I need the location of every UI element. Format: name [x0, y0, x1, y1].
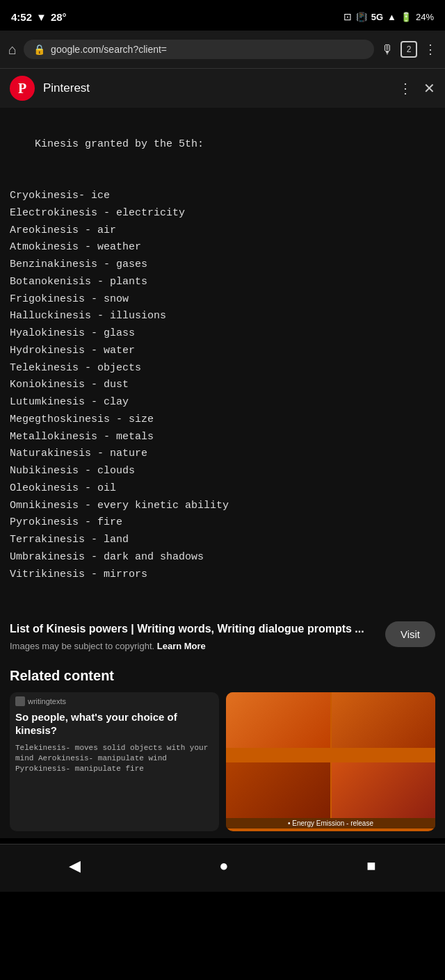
- pinterest-logo: P: [10, 76, 35, 101]
- home-icon[interactable]: ⌂: [8, 42, 17, 58]
- anime-cell-4: [332, 762, 436, 818]
- related-card-anime[interactable]: • Energy Emission - release: [226, 692, 435, 831]
- vibrate-icon: 📳: [356, 12, 367, 22]
- kinesis-heading: Kinesis granted by the 5th:: [35, 138, 204, 150]
- url-bar[interactable]: 🔒 google.com/search?client=: [24, 40, 374, 59]
- anime-mosaic: [226, 692, 435, 831]
- related-content-title: Related content: [10, 668, 435, 684]
- info-title: List of Kinesis powers | Writing words, …: [10, 621, 378, 637]
- lock-icon: 🔒: [33, 44, 45, 55]
- nav-bar: ◀ ● ■: [0, 844, 445, 892]
- status-bar: 4:52 ▼ 28° ⊡ 📳 5G ▲ 🔋 24%: [0, 0, 445, 31]
- pinterest-close-icon[interactable]: ✕: [423, 80, 435, 97]
- address-actions: 🎙 2 ⋮: [381, 41, 437, 58]
- pinterest-actions: ⋮ ✕: [398, 80, 435, 97]
- temperature-display: 28°: [51, 11, 67, 23]
- signal-icon: ▼: [36, 11, 47, 23]
- tabs-button[interactable]: 2: [400, 41, 417, 58]
- time-display: 4:52: [11, 11, 32, 23]
- kinesis-text-block: Kinesis granted by the 5th: Cryokinesis-…: [10, 119, 435, 601]
- battery-icon: 🔋: [400, 12, 412, 22]
- related-card-writing[interactable]: writingtexts So people, what's your choi…: [10, 692, 219, 831]
- anime-badge: • Energy Emission - release: [226, 818, 435, 828]
- visit-button[interactable]: Visit: [385, 621, 435, 647]
- card-body: Telekinesis- moves solid objects with yo…: [10, 742, 219, 781]
- network-icon: 5G: [371, 12, 383, 22]
- source-icon: [15, 696, 25, 706]
- info-copyright: Images may be subject to copyright. Lear…: [10, 641, 378, 651]
- screen-icon: ⊡: [343, 11, 352, 22]
- main-content: Kinesis granted by the 5th: Cryokinesis-…: [0, 108, 445, 612]
- status-left: 4:52 ▼ 28°: [11, 11, 67, 23]
- card-source: writingtexts: [10, 692, 219, 708]
- card-heading: So people, what's your choice of kinesis…: [10, 708, 219, 742]
- pinterest-bar: P Pinterest ⋮ ✕: [0, 68, 445, 108]
- url-text: google.com/search?client=: [51, 44, 364, 55]
- anime-cell-1: [226, 692, 330, 748]
- learn-more-link[interactable]: Learn More: [157, 641, 206, 651]
- back-button[interactable]: ◀: [52, 851, 97, 881]
- pinterest-label: Pinterest: [43, 81, 390, 95]
- info-text-block: List of Kinesis powers | Writing words, …: [10, 621, 378, 651]
- anime-cell-3: [226, 762, 330, 818]
- recents-button[interactable]: ■: [350, 851, 392, 881]
- more-options-icon[interactable]: ⋮: [424, 42, 437, 57]
- microphone-icon[interactable]: 🎙: [381, 42, 394, 57]
- pinterest-more-icon[interactable]: ⋮: [398, 80, 412, 97]
- info-row: List of Kinesis powers | Writing words, …: [0, 612, 445, 657]
- related-section: Related content writingtexts So people, …: [0, 657, 445, 838]
- status-right: ⊡ 📳 5G ▲ 🔋 24%: [343, 11, 434, 22]
- signal-bars-icon: ▲: [387, 12, 396, 22]
- kinesis-list: Cryokinesis- ice Electrokinesis - electr…: [10, 190, 229, 580]
- anime-cell-2: [332, 692, 436, 748]
- address-bar: ⌂ 🔒 google.com/search?client= 🎙 2 ⋮: [0, 31, 445, 68]
- home-button[interactable]: ●: [202, 851, 245, 881]
- battery-level: 24%: [416, 12, 434, 22]
- related-grid: writingtexts So people, what's your choi…: [10, 692, 435, 831]
